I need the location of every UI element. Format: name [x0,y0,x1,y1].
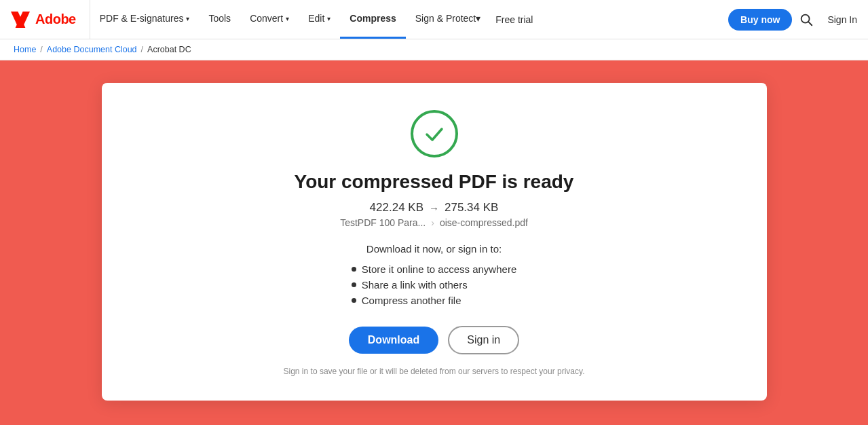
list-item-label: Compress another file [362,295,461,306]
download-button[interactable]: Download [349,327,438,354]
success-icon [411,110,458,158]
signin-button[interactable]: Sign in [448,326,519,354]
card-title: Your compressed PDF is ready [295,171,574,193]
chevron-down-icon: ▾ [186,15,189,22]
adobe-wordmark: Adobe [35,12,76,27]
nav-compress[interactable]: Compress [340,0,405,39]
file-size-before: 422.24 KB [370,201,423,215]
bullet-dot [352,298,356,303]
breadcrumb-sep-1: / [40,45,42,54]
list-item-label: Share a link with others [362,279,468,291]
chevron-down-icon: ▾ [476,13,480,24]
file-name-compressed: oise-compressed.pdf [440,217,528,228]
sign-in-link[interactable]: Sign In [827,14,857,25]
nav-right-actions: Buy now Sign In [728,9,857,31]
chevron-down-icon: ▾ [286,15,289,22]
checkmark-icon [423,122,446,145]
nav-pdf-signatures[interactable]: PDF & E-signatures ▾ [90,0,200,39]
list-item: Share a link with others [352,277,516,293]
file-name-sep: › [431,217,434,228]
nav-tools[interactable]: Tools [199,0,240,39]
feature-list: Store it online to access anywhere Share… [352,261,516,308]
download-prompt: Download it now, or sign in to: [366,243,502,255]
nav-edit[interactable]: Edit ▾ [299,0,340,39]
search-icon[interactable] [799,12,814,27]
nav-free-trial[interactable]: Free trial [490,14,538,25]
breadcrumb: Home / Adobe Document Cloud / Acrobat DC [0,39,868,60]
breadcrumb-adobe-cloud[interactable]: Adobe Document Cloud [47,45,137,54]
bullet-dot [352,267,356,272]
logo-area[interactable]: Adobe [11,0,90,39]
svg-line-1 [809,22,812,25]
breadcrumb-current: Acrobat DC [147,45,191,54]
list-item-label: Store it online to access anywhere [362,263,516,275]
nav-convert[interactable]: Convert ▾ [240,0,299,39]
nav-sign-protect[interactable]: Sign & Protect ▾ [406,0,491,39]
page-background: Your compressed PDF is ready 422.24 KB →… [0,60,868,423]
action-buttons: Download Sign in [349,326,519,354]
adobe-icon [11,12,30,28]
buy-now-button[interactable]: Buy now [728,9,792,31]
nav-items: PDF & E-signatures ▾ Tools Convert ▾ Edi… [90,0,728,39]
arrow-icon: → [429,202,439,214]
breadcrumb-home[interactable]: Home [14,45,36,54]
file-name-original: TestPDF 100 Para... [340,217,426,228]
list-item: Store it online to access anywhere [352,261,516,277]
privacy-note: Sign in to save your file or it will be … [284,367,585,376]
file-size-after: 275.34 KB [445,201,498,215]
navbar: Adobe PDF & E-signatures ▾ Tools Convert… [0,0,868,39]
breadcrumb-sep-2: / [141,45,143,54]
list-item: Compress another file [352,293,516,308]
bullet-dot [352,282,356,287]
chevron-down-icon: ▾ [327,15,331,22]
file-size-row: 422.24 KB → 275.34 KB [370,201,499,215]
result-card: Your compressed PDF is ready 422.24 KB →… [102,83,767,401]
file-name-row: TestPDF 100 Para... › oise-compressed.pd… [340,217,528,228]
